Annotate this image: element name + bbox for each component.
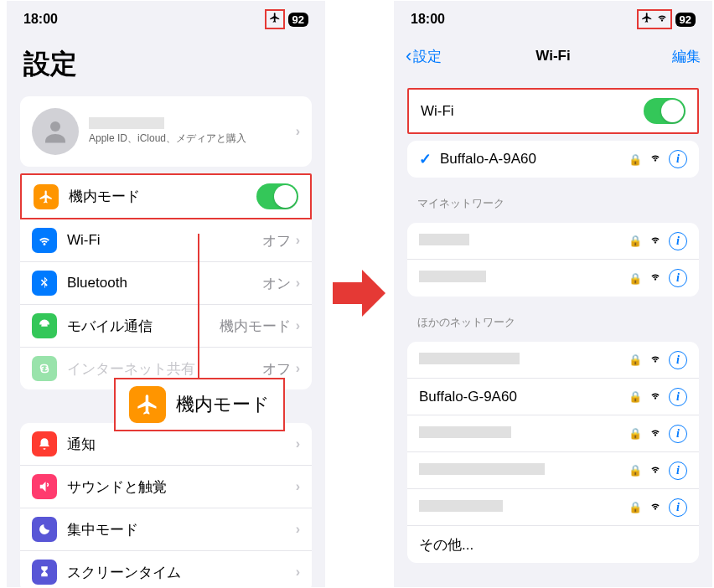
svg-point-0 <box>50 121 60 132</box>
wifi-icon <box>655 12 669 27</box>
wifi-row[interactable]: Wi-Fi オフ › <box>20 219 312 262</box>
chevron-icon: › <box>296 318 300 333</box>
other-networks-title: ほかのネットワーク <box>394 303 712 335</box>
wifi-switch[interactable] <box>644 98 686 124</box>
status-time: 18:00 <box>23 12 58 27</box>
connected-section: ✓ Buffalo-A-9A60 🔒 i <box>407 141 699 178</box>
my-networks-section: 🔒 i 🔒 i <box>407 223 699 297</box>
info-icon[interactable]: i <box>669 388 687 406</box>
info-icon[interactable]: i <box>669 462 687 480</box>
airplane-icon <box>34 184 59 209</box>
airplane-label: 機内モード <box>69 187 256 206</box>
lock-icon: 🔒 <box>629 427 642 440</box>
connected-network-row[interactable]: ✓ Buffalo-A-9A60 🔒 i <box>407 141 699 178</box>
speaker-icon <box>32 474 57 499</box>
chevron-back-icon: ‹ <box>406 45 411 67</box>
network-row[interactable]: 🔒 i <box>407 489 699 526</box>
airplane-icon <box>640 12 654 27</box>
lock-icon: 🔒 <box>629 272 642 285</box>
wifi-label: Wi-Fi <box>67 232 262 249</box>
arrow-icon <box>329 264 387 326</box>
wifi-signal-icon <box>649 271 662 286</box>
network-row[interactable]: Buffalo-G-9A60 🔒 i <box>407 379 699 415</box>
phone-settings: 18:00 92 設定 Apple ID、iCloud、メディアと購入 › 機内… <box>7 1 325 587</box>
lock-icon: 🔒 <box>629 464 642 477</box>
status-bar-right: 18:00 92 <box>394 1 712 38</box>
wifi-signal-icon <box>649 500 662 515</box>
chevron-icon: › <box>296 565 300 580</box>
status-highlight-airplane-wifi <box>637 9 672 29</box>
airplane-callout: 機内モード <box>114 378 285 431</box>
callout-line <box>198 234 199 381</box>
other-label: その他... <box>419 535 687 554</box>
screentime-row[interactable]: スクリーンタイム › <box>20 551 312 587</box>
check-icon: ✓ <box>419 150 432 168</box>
battery-icon: 92 <box>675 13 696 27</box>
lock-icon: 🔒 <box>629 153 642 166</box>
screentime-label: スクリーンタイム <box>67 563 296 582</box>
network-name-redacted <box>419 234 469 245</box>
info-icon[interactable]: i <box>669 351 687 369</box>
chevron-icon: › <box>296 522 300 537</box>
nav-header: ‹設定 Wi-Fi 編集 <box>394 38 712 75</box>
chevron-icon: › <box>296 479 300 494</box>
wifi-signal-icon <box>649 234 662 249</box>
notify-label: 通知 <box>67 435 296 454</box>
network-name-redacted <box>419 271 486 282</box>
focus-row[interactable]: 集中モード › <box>20 508 312 551</box>
info-icon[interactable]: i <box>669 269 687 287</box>
wifi-value: オフ <box>262 231 291 250</box>
info-icon[interactable]: i <box>669 150 687 168</box>
back-button[interactable]: ‹設定 <box>406 45 442 67</box>
other-network-row[interactable]: その他... <box>407 526 699 563</box>
battery-icon: 92 <box>288 13 308 27</box>
network-row[interactable]: 🔒 i <box>407 342 699 379</box>
wifi-signal-icon <box>649 463 662 478</box>
bluetooth-value: オン <box>262 274 291 293</box>
lock-icon: 🔒 <box>629 501 642 513</box>
status-highlight-airplane <box>265 9 285 29</box>
sound-label: サウンドと触覚 <box>67 477 296 497</box>
bluetooth-label: Bluetooth <box>67 275 262 291</box>
connectivity-section: Wi-Fi オフ › Bluetooth オン › モバイル通信 機内モード ›… <box>20 219 312 389</box>
network-row[interactable]: 🔒 i <box>407 415 699 452</box>
network-name-redacted <box>419 426 511 438</box>
bluetooth-icon <box>32 271 57 296</box>
wifi-toggle-row[interactable]: Wi-Fi <box>409 90 697 132</box>
info-icon[interactable]: i <box>669 498 687 517</box>
focus-label: 集中モード <box>67 520 296 539</box>
chevron-icon: › <box>296 436 300 451</box>
wifi-icon <box>32 228 57 253</box>
page-title: 設定 <box>7 38 325 90</box>
avatar-icon <box>32 108 79 155</box>
callout-text: 機内モード <box>176 392 270 417</box>
chevron-icon: › <box>296 361 300 376</box>
cellular-value: 機内モード <box>220 317 291 336</box>
info-icon[interactable]: i <box>669 232 687 250</box>
status-time: 18:00 <box>411 12 445 27</box>
profile-row[interactable]: Apple ID、iCloud、メディアと購入 › <box>20 96 312 167</box>
hotspot-label: インターネット共有 <box>67 359 262 379</box>
status-bar-left: 18:00 92 <box>7 1 325 38</box>
airplane-switch[interactable] <box>256 183 298 209</box>
network-row[interactable]: 🔒 i <box>407 223 699 260</box>
network-row[interactable]: 🔒 i <box>407 260 699 297</box>
sound-row[interactable]: サウンドと触覚 › <box>20 466 312 508</box>
airplane-row-highlight: 機内モード <box>20 173 312 219</box>
hotspot-value: オフ <box>262 359 291 379</box>
edit-button[interactable]: 編集 <box>672 47 701 66</box>
bluetooth-row[interactable]: Bluetooth オン › <box>20 262 312 305</box>
chevron-icon: › <box>296 276 300 291</box>
wifi-toggle-label: Wi-Fi <box>421 103 644 120</box>
network-name: Buffalo-G-9A60 <box>419 389 629 405</box>
cellular-row[interactable]: モバイル通信 機内モード › <box>20 305 312 348</box>
phone-wifi: 18:00 92 ‹設定 Wi-Fi 編集 Wi-Fi ✓ Buffalo-A-… <box>394 1 712 587</box>
my-networks-title: マイネットワーク <box>394 184 712 216</box>
airplane-mode-row[interactable]: 機内モード <box>22 175 310 218</box>
chevron-icon: › <box>296 233 300 248</box>
network-row[interactable]: 🔒 i <box>407 452 699 489</box>
moon-icon <box>32 517 57 542</box>
notifications-section: 通知 › サウンドと触覚 › 集中モード › スクリーンタイム › <box>20 423 312 587</box>
nav-title: Wi-Fi <box>536 48 570 64</box>
info-icon[interactable]: i <box>669 425 687 443</box>
